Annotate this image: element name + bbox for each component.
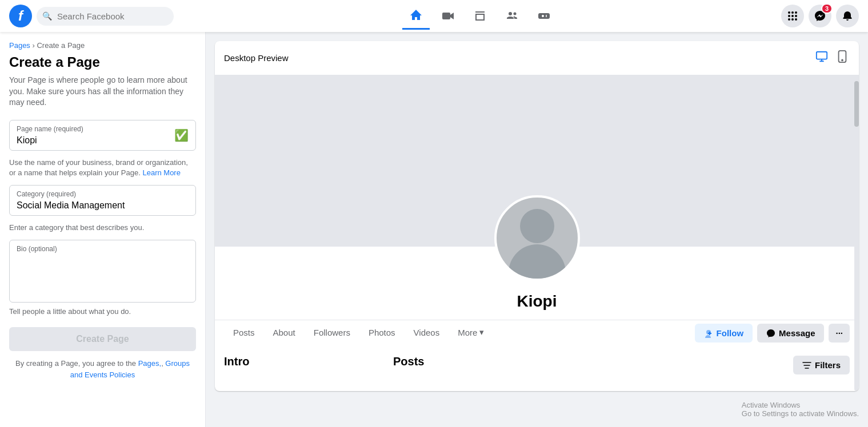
apps-menu-btn[interactable] (781, 5, 804, 27)
svg-point-3 (513, 13, 516, 15)
preview-header: Desktop Preview (215, 41, 859, 75)
fb-logo-text: f (18, 8, 23, 24)
preview-scroll-wrap: Kiopi Posts About Followers Photos Video… (215, 75, 859, 391)
avatar-person (497, 198, 578, 279)
learn-more-link[interactable]: Learn More (142, 168, 180, 177)
search-icon: 🔍 (42, 11, 52, 21)
svg-point-13 (788, 18, 790, 21)
page-name-field: Page name (required) ✅ (9, 120, 196, 151)
posts-title: Posts (393, 355, 424, 368)
svg-point-11 (791, 15, 794, 17)
category-input[interactable] (17, 200, 189, 211)
svg-point-18 (842, 60, 843, 61)
nav-left: f 🔍 (9, 5, 215, 27)
content-area: Desktop Preview (206, 32, 868, 427)
posts-header: Posts Filters (393, 355, 850, 375)
notifications-btn[interactable] (836, 5, 859, 27)
groups-nav-btn[interactable] (498, 2, 526, 30)
messenger-badge: 3 (821, 3, 833, 14)
message-btn-label: Message (779, 328, 815, 338)
profile-avatar-wrap (494, 195, 580, 281)
bio-textarea[interactable] (17, 255, 189, 295)
svg-point-9 (795, 11, 797, 14)
page-title: Create a Page (9, 54, 196, 70)
svg-point-12 (795, 15, 797, 17)
video-nav-btn[interactable] (434, 2, 462, 30)
preview-scrollbar[interactable] (854, 75, 859, 391)
preview-title: Desktop Preview (224, 53, 289, 63)
bio-label: Bio (optional) (17, 245, 189, 253)
posts-column: Posts Filters (393, 355, 850, 382)
svg-point-6 (546, 16, 547, 17)
gaming-icon (537, 9, 551, 23)
category-field: Category (required) (9, 185, 196, 216)
svg-point-2 (509, 12, 512, 15)
top-navigation: f 🔍 3 (0, 0, 868, 32)
profile-nav-actions: Follow Message ··· (695, 324, 850, 343)
nav-right: 3 (745, 5, 859, 27)
nav-more[interactable]: More ▾ (449, 320, 493, 346)
nav-followers[interactable]: Followers (305, 321, 359, 346)
category-label: Category (required) (17, 190, 189, 198)
home-icon (409, 9, 423, 22)
intro-title: Intro (224, 355, 384, 368)
mobile-icon (837, 50, 847, 63)
groups-icon (505, 9, 519, 23)
intro-column: Intro (224, 355, 384, 382)
svg-point-7 (788, 11, 790, 14)
avatar-head (520, 209, 554, 243)
svg-point-5 (546, 15, 547, 16)
page-name-hint: Use the name of your business, brand or … (9, 158, 196, 178)
marketplace-nav-btn[interactable] (466, 2, 494, 30)
create-page-button[interactable]: Create Page (9, 327, 196, 351)
page-description: Your Page is where people go to learn mo… (9, 75, 196, 108)
preview-view-toggles (813, 48, 850, 68)
svg-point-15 (795, 18, 797, 21)
facebook-logo[interactable]: f (9, 5, 32, 27)
more-chevron-icon: ▾ (479, 327, 484, 337)
preview-container: Desktop Preview (215, 41, 859, 391)
messenger-btn[interactable]: 3 (809, 5, 831, 27)
svg-marker-1 (450, 13, 454, 19)
nav-posts[interactable]: Posts (224, 321, 264, 346)
breadcrumb-pages-link[interactable]: Pages (9, 41, 30, 50)
grid-icon (787, 10, 798, 22)
nav-videos[interactable]: Videos (405, 321, 449, 346)
home-nav-btn[interactable] (402, 2, 430, 30)
nav-about[interactable]: About (264, 321, 305, 346)
filters-button[interactable]: Filters (793, 356, 850, 374)
nav-photos[interactable]: Photos (359, 321, 405, 346)
desktop-icon (815, 50, 828, 63)
desktop-preview-btn[interactable] (813, 48, 830, 68)
bell-icon (842, 10, 853, 22)
follow-icon (704, 329, 713, 338)
gaming-nav-btn[interactable] (530, 2, 558, 30)
marketplace-icon (473, 9, 487, 23)
policy-pages-link[interactable]: Pages, (138, 359, 161, 368)
scrollbar-thumb (854, 81, 859, 127)
search-input[interactable] (37, 7, 174, 26)
more-actions-button[interactable]: ··· (829, 324, 850, 343)
message-button[interactable]: Message (757, 324, 824, 343)
mobile-preview-btn[interactable] (835, 48, 850, 68)
follow-btn-label: Follow (717, 328, 744, 338)
follow-button[interactable]: Follow (695, 324, 753, 343)
filters-icon (802, 361, 811, 370)
profile-avatar (494, 195, 580, 281)
main-layout: Pages › Create a Page Create a Page Your… (0, 32, 868, 427)
svg-point-8 (791, 11, 794, 14)
breadcrumb-current: Create a Page (37, 41, 85, 50)
category-hint: Enter a category that best describes you… (9, 223, 196, 233)
page-name-input[interactable] (17, 135, 189, 146)
policy-text: By creating a Page, you agree to the Pag… (9, 358, 196, 380)
video-icon (441, 9, 455, 23)
svg-rect-0 (442, 13, 450, 19)
search-wrapper: 🔍 (37, 7, 174, 26)
nav-center (215, 2, 745, 30)
svg-point-14 (791, 18, 794, 21)
filters-btn-label: Filters (815, 360, 841, 370)
avatar-body (509, 244, 566, 279)
bio-field: Bio (optional) (9, 240, 196, 303)
profile-body: Intro Posts Filters (215, 346, 859, 391)
left-sidebar: Pages › Create a Page Create a Page Your… (0, 32, 206, 427)
